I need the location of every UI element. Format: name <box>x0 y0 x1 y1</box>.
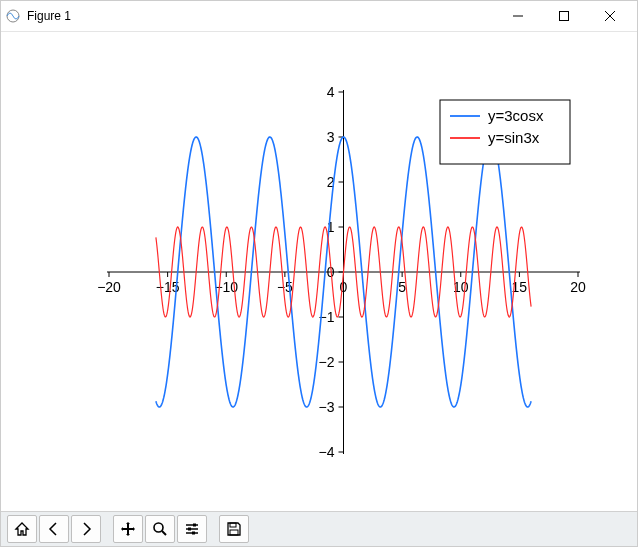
svg-text:y=sin3x: y=sin3x <box>488 129 540 146</box>
back-icon <box>46 521 62 537</box>
svg-rect-55 <box>192 532 195 535</box>
forward-button[interactable] <box>71 515 101 543</box>
svg-text:4: 4 <box>327 84 335 100</box>
plot-area[interactable]: −20−15−10−505101520−4−3−2−101234y=3cosxy… <box>1 32 637 511</box>
pan-button[interactable] <box>113 515 143 543</box>
svg-line-49 <box>162 531 166 535</box>
svg-text:−20: −20 <box>97 279 121 295</box>
forward-icon <box>78 521 94 537</box>
svg-text:−3: −3 <box>319 399 335 415</box>
svg-point-48 <box>154 523 163 532</box>
svg-text:5: 5 <box>398 279 406 295</box>
app-icon <box>5 8 21 24</box>
svg-text:y=3cosx: y=3cosx <box>488 107 544 124</box>
svg-rect-53 <box>188 528 191 531</box>
svg-text:−2: −2 <box>319 354 335 370</box>
home-icon <box>14 521 30 537</box>
svg-text:3: 3 <box>327 129 335 145</box>
svg-rect-51 <box>193 524 196 527</box>
pan-icon <box>120 521 136 537</box>
minimize-button[interactable] <box>495 1 541 31</box>
configure-icon <box>184 521 200 537</box>
figure-window: Figure 1 −20−15−10−505101520−4−3−2−10123… <box>0 0 638 547</box>
svg-rect-57 <box>230 530 238 535</box>
svg-text:−4: −4 <box>319 444 335 460</box>
back-button[interactable] <box>39 515 69 543</box>
maximize-button[interactable] <box>541 1 587 31</box>
svg-rect-2 <box>560 12 569 21</box>
close-button[interactable] <box>587 1 633 31</box>
configure-button[interactable] <box>177 515 207 543</box>
home-button[interactable] <box>7 515 37 543</box>
save-icon <box>226 521 242 537</box>
toolbar <box>1 511 637 546</box>
titlebar: Figure 1 <box>1 1 637 32</box>
zoom-button[interactable] <box>145 515 175 543</box>
svg-text:20: 20 <box>570 279 586 295</box>
svg-text:0: 0 <box>340 279 348 295</box>
save-button[interactable] <box>219 515 249 543</box>
zoom-icon <box>152 521 168 537</box>
chart-canvas: −20−15−10−505101520−4−3−2−101234y=3cosxy… <box>39 52 599 492</box>
window-title: Figure 1 <box>27 9 71 23</box>
